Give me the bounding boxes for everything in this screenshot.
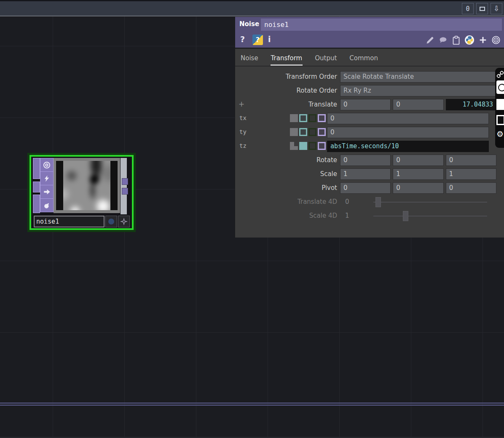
param-label: Pivot (235, 182, 340, 194)
comment-bubble-button[interactable] (438, 36, 448, 45)
param-row-rotate: Rotate 0 0 0 (235, 155, 496, 166)
target-button[interactable] (491, 35, 501, 45)
help-button[interactable]: ? (240, 35, 245, 44)
param-label: Scale (235, 168, 340, 180)
lock-flag-button[interactable] (40, 198, 54, 212)
language-link-button[interactable] (496, 71, 504, 80)
python-help-button[interactable]: ? (252, 35, 263, 45)
node-port-tab[interactable] (33, 195, 40, 213)
mode-bind-button[interactable] (318, 114, 326, 122)
node-name-field[interactable]: noise1 (34, 216, 105, 227)
maximize-window-button[interactable] (476, 3, 488, 14)
translate-y-field[interactable]: 0 (393, 99, 443, 110)
outline-square-button[interactable] (496, 115, 504, 125)
rotate-order-menu[interactable]: Rx Ry Rz (340, 85, 496, 96)
window-icon (480, 7, 485, 11)
mode-expression-button[interactable] (299, 114, 307, 122)
mode-constant-button[interactable] (290, 114, 298, 122)
pivot-y-field[interactable]: 0 (393, 182, 443, 194)
translate4d-slider[interactable] (373, 197, 487, 207)
mode-constant-button[interactable] (290, 128, 298, 136)
mode-bind-button[interactable] (318, 142, 326, 150)
node-output-strip (121, 158, 127, 214)
mode-expression-button[interactable] (299, 142, 307, 150)
tx-value-field[interactable]: 0 (327, 113, 489, 124)
parameter-dialog-toolbar: ? ? i (235, 32, 504, 49)
tab-common[interactable]: Common (349, 51, 378, 66)
sparkle-icon (120, 218, 128, 225)
transform-order-menu[interactable]: Scale Rotate Translate (340, 71, 496, 83)
param-subrow-ty: ty 0 (235, 127, 496, 138)
ty-value-field[interactable]: 0 (327, 127, 489, 138)
dock-down-button[interactable]: ⇩ (491, 3, 502, 14)
message-counter-button[interactable]: 0 (462, 3, 474, 14)
param-row-pivot: Pivot 0 0 0 (235, 182, 496, 194)
slider-track (373, 216, 487, 216)
pivot-x-field[interactable]: 0 (340, 182, 391, 194)
node-viewer[interactable] (56, 161, 118, 210)
node-port-tab[interactable] (33, 182, 40, 192)
slider-track (373, 202, 487, 203)
slider-handle[interactable] (403, 211, 408, 221)
settings-gear-button[interactable]: ⚙ (496, 130, 504, 138)
param-label: Rotate Order (235, 85, 340, 96)
expand-toggle[interactable]: + (239, 100, 244, 108)
cook-flag-button[interactable] (40, 185, 54, 199)
parameter-dialog-header[interactable]: Noise noise1 (235, 17, 504, 32)
mode-constant-button[interactable] (290, 142, 298, 150)
tab-transform[interactable]: Transform (271, 51, 303, 66)
filled-square-button[interactable] (496, 99, 504, 110)
translate4d-value: 0 (345, 198, 349, 206)
node-name-text: noise1 (36, 218, 59, 225)
rotate-z-field[interactable]: 0 (446, 155, 496, 166)
mode-export-button[interactable] (308, 114, 316, 122)
translate-z-field[interactable]: 17.04833 (446, 99, 496, 110)
network-editor-canvas[interactable]: 0 ⇩ (0, 0, 504, 438)
tab-output[interactable]: Output (314, 51, 337, 66)
viewer-camera-button[interactable] (496, 80, 504, 94)
scale4d-slider[interactable] (373, 211, 487, 221)
parameter-dialog: Noise noise1 ? ? i (235, 17, 504, 238)
tab-noise[interactable]: Noise (240, 51, 259, 66)
param-row-transform-order: Transform Order Scale Rotate Translate (235, 71, 496, 83)
param-channel-label: tz (239, 142, 247, 149)
python-button[interactable] (464, 35, 475, 45)
mode-bind-button[interactable] (318, 128, 326, 136)
param-subrow-tx: tx 0 (235, 113, 496, 124)
translate-x-field[interactable]: 0 (340, 99, 391, 110)
node-noise1[interactable]: noise1 (29, 155, 134, 230)
top-menubar: 0 ⇩ (0, 0, 504, 16)
node-flag-column (40, 158, 54, 212)
node-output-connector[interactable] (122, 178, 128, 185)
network-origin-line (0, 403, 504, 406)
tz-expression-field[interactable]: absTime.seconds/10 (327, 141, 489, 152)
info-button[interactable]: i (268, 35, 271, 44)
dot-flag-icon (108, 219, 114, 224)
mode-export-button[interactable] (308, 142, 316, 150)
param-subrow-tz: tz absTime.seconds/10 (235, 141, 496, 152)
viewer-icon (43, 161, 51, 169)
slider-handle[interactable] (375, 197, 381, 207)
mode-expression-button[interactable] (299, 128, 307, 136)
node-port-tab[interactable] (33, 158, 40, 179)
node-display-flag-button[interactable] (118, 216, 130, 227)
operator-name-field[interactable]: noise1 (261, 19, 502, 31)
rotate-x-field[interactable]: 0 (340, 155, 391, 166)
viewer-flag-button[interactable] (40, 158, 54, 172)
scale-x-field[interactable]: 1 (340, 168, 391, 180)
pivot-z-field[interactable]: 0 (446, 182, 496, 194)
rotate-y-field[interactable]: 0 (393, 155, 443, 166)
arrow-right-icon (43, 188, 51, 196)
node-viewer-frame (54, 158, 120, 213)
edit-pencil-button[interactable] (426, 36, 434, 45)
parameter-side-toolbar: ⚙ (495, 68, 504, 148)
scale-z-field[interactable]: 1 (446, 168, 496, 180)
param-label: Transform Order (235, 71, 340, 83)
node-render-flag-button[interactable] (105, 216, 117, 227)
mode-export-button[interactable] (308, 128, 316, 136)
bypass-flag-button[interactable] (40, 171, 54, 185)
scale-y-field[interactable]: 1 (393, 168, 443, 180)
node-output-connector[interactable] (122, 188, 128, 195)
add-parameter-button[interactable] (478, 35, 488, 45)
clipboard-copy-button[interactable] (452, 35, 461, 45)
